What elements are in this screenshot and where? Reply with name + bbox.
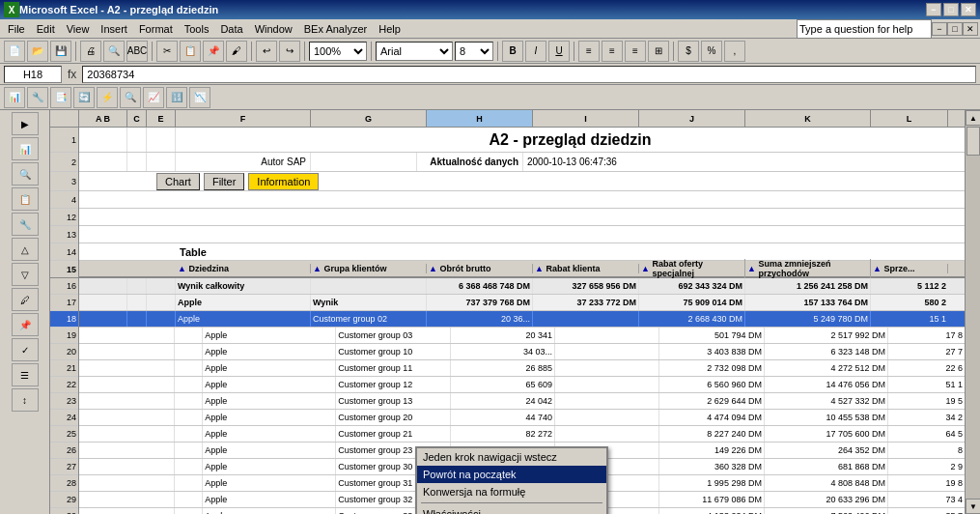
- sidebar-btn-4[interactable]: 📋: [12, 187, 39, 211]
- align-right[interactable]: ≡: [625, 41, 646, 62]
- vertical-scrollbar[interactable]: ▲ ▼: [965, 110, 980, 514]
- scroll-track[interactable]: [966, 126, 980, 499]
- filter-button[interactable]: Filter: [204, 173, 244, 190]
- underline-button[interactable]: U: [548, 41, 570, 62]
- cut-button[interactable]: ✂: [156, 41, 178, 62]
- menu-help[interactable]: Help: [373, 21, 406, 37]
- menu-insert[interactable]: Insert: [95, 21, 133, 37]
- t2-btn8[interactable]: 🔢: [166, 87, 187, 108]
- menu-edit[interactable]: Edit: [31, 21, 61, 37]
- sidebar-btn-12[interactable]: ↕: [12, 388, 39, 412]
- toolbar-2: 📊 🔧 📑 🔄 ⚡ 🔍 📈 🔢 📉: [0, 85, 980, 110]
- preview-button[interactable]: 🔍: [103, 41, 125, 62]
- comma-button[interactable]: ,: [724, 41, 745, 62]
- author-label: Autor: [261, 157, 284, 167]
- menu-window[interactable]: Window: [249, 21, 298, 37]
- sidebar-btn-3[interactable]: 🔍: [12, 162, 39, 186]
- merge-center[interactable]: ⊞: [648, 41, 669, 62]
- empty-row-4: [79, 191, 965, 209]
- help-search[interactable]: [797, 19, 932, 39]
- ctx-item-start[interactable]: Powrót na początek: [417, 466, 606, 483]
- table-row: Apple Customer group 03 20 341 501 794 D…: [79, 328, 965, 344]
- print-button[interactable]: 🖨: [80, 41, 101, 62]
- menu-bex[interactable]: BEx Analyzer: [298, 21, 373, 37]
- row-num-25: 25: [50, 426, 78, 443]
- menu-view[interactable]: View: [61, 21, 96, 37]
- save-button[interactable]: 💾: [50, 41, 71, 62]
- sidebar-btn-8[interactable]: 🖊: [12, 288, 39, 311]
- size-select[interactable]: 8: [455, 42, 493, 61]
- app-restore[interactable]: □: [947, 22, 963, 36]
- sidebar-btn-10[interactable]: ✓: [12, 338, 39, 361]
- t2-btn1[interactable]: 📊: [4, 87, 25, 108]
- app-close[interactable]: ✕: [963, 22, 978, 36]
- t2-btn5[interactable]: ⚡: [97, 87, 118, 108]
- copy-button[interactable]: 📋: [180, 41, 201, 62]
- percent-button[interactable]: %: [701, 41, 722, 62]
- t2-btn9[interactable]: 📉: [189, 87, 210, 108]
- italic-button[interactable]: I: [525, 41, 546, 62]
- row-num-26: 26: [50, 443, 78, 459]
- scroll-down-button[interactable]: ▼: [966, 499, 980, 514]
- row-num-1: 1: [50, 128, 78, 153]
- menu-file[interactable]: File: [2, 21, 31, 37]
- col-grupa: ▲ Grupa klientów: [311, 264, 427, 273]
- t2-btn6[interactable]: 🔍: [120, 87, 141, 108]
- t2-btn2[interactable]: 🔧: [27, 87, 48, 108]
- font-select[interactable]: Arial: [376, 42, 453, 61]
- information-button[interactable]: Information: [248, 173, 319, 190]
- align-center[interactable]: ≡: [602, 41, 623, 62]
- sidebar-btn-1[interactable]: ▶: [12, 112, 39, 135]
- format-painter[interactable]: 🖌: [226, 41, 247, 62]
- undo-button[interactable]: ↩: [256, 41, 277, 62]
- t2-btn3[interactable]: 📑: [50, 87, 71, 108]
- sidebar-btn-5[interactable]: 🔧: [12, 213, 39, 236]
- menu-format[interactable]: Format: [133, 21, 179, 37]
- row-num-12: 12: [50, 209, 78, 226]
- sep3: [251, 42, 252, 61]
- app-minimize[interactable]: −: [932, 22, 947, 36]
- sidebar-btn-2[interactable]: 📊: [12, 137, 39, 160]
- col-suma: ▲ Suma zmniejszeń przychodów: [745, 259, 871, 278]
- ctx-item-back[interactable]: Jeden krok nawigacji wstecz: [417, 448, 606, 466]
- ctx-item-properties[interactable]: Właściwości...: [417, 505, 606, 514]
- redo-button[interactable]: ↪: [279, 41, 300, 62]
- row-num-27: 27: [50, 459, 78, 475]
- maximize-button[interactable]: □: [943, 3, 959, 16]
- ctx-item-convert[interactable]: Konwersja na formułę: [417, 483, 606, 500]
- align-left[interactable]: ≡: [578, 41, 600, 62]
- paste-button[interactable]: 📌: [203, 41, 224, 62]
- empty-row-13: [79, 226, 965, 243]
- col-rabat-klienta: ▲ Rabat klienta: [533, 264, 639, 273]
- chart-button[interactable]: Chart: [156, 173, 200, 190]
- zoom-select[interactable]: 100%: [309, 42, 367, 61]
- formula-bar: fx: [0, 64, 980, 85]
- sidebar-btn-6[interactable]: △: [12, 238, 39, 261]
- close-button[interactable]: ✕: [961, 3, 976, 16]
- formula-input[interactable]: [82, 66, 976, 83]
- sidebar-btn-7[interactable]: ▽: [12, 263, 39, 286]
- sep8: [673, 42, 674, 61]
- sep6: [497, 42, 498, 61]
- t2-btn7[interactable]: 📈: [143, 87, 164, 108]
- cell-reference[interactable]: [4, 66, 62, 83]
- table-row: Apple Customer group 13 24 042 2 629 644…: [79, 393, 965, 410]
- sep5: [371, 42, 372, 61]
- menu-tools[interactable]: Tools: [179, 21, 215, 37]
- row-num-16: 16: [50, 278, 78, 295]
- t2-btn4[interactable]: 🔄: [73, 87, 95, 108]
- menu-data[interactable]: Data: [214, 21, 248, 37]
- new-button[interactable]: 📄: [4, 41, 25, 62]
- title-bar: X Microsoft Excel - A2 - przegląd dziedz…: [0, 0, 980, 19]
- scroll-up-button[interactable]: ▲: [966, 110, 980, 126]
- table-row: Apple Customer group 10 34 03... 3 403 8…: [79, 344, 965, 360]
- minimize-button[interactable]: −: [926, 3, 941, 16]
- currency-button[interactable]: $: [678, 41, 699, 62]
- date-label: Aktualność danych: [430, 157, 518, 167]
- open-button[interactable]: 📂: [27, 41, 48, 62]
- scroll-thumb[interactable]: [966, 127, 980, 156]
- spellcheck-button[interactable]: ABC: [126, 41, 148, 62]
- sidebar-btn-11[interactable]: ☰: [12, 363, 39, 386]
- sidebar-btn-9[interactable]: 📌: [12, 313, 39, 336]
- bold-button[interactable]: B: [502, 41, 523, 62]
